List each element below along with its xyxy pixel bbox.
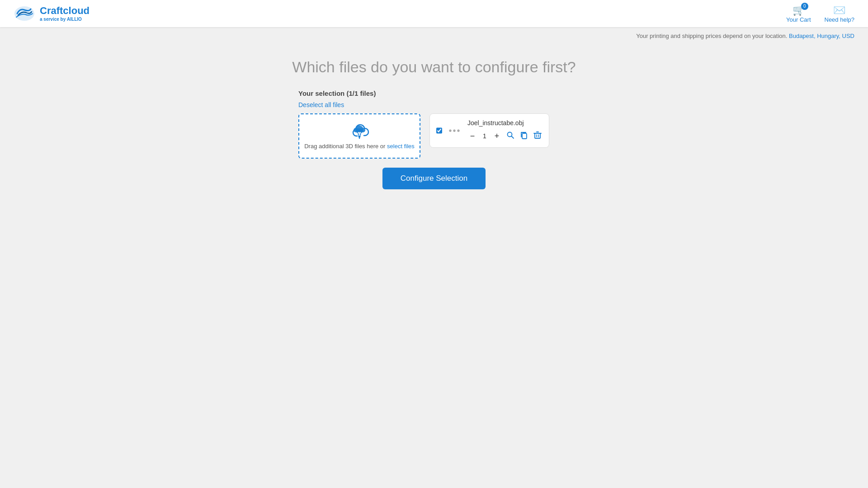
quantity-increase-button[interactable]: + [492, 131, 502, 141]
duplicate-button[interactable] [519, 130, 529, 142]
deselect-link[interactable]: Deselect all files [298, 101, 344, 108]
header-actions: 🛒 0 Your Cart ✉️ Need help? [786, 5, 854, 23]
location-link[interactable]: Budapest, Hungary, USD [789, 33, 854, 39]
selection-row: Drag additional 3D files here or select … [298, 113, 570, 159]
logo-icon [14, 5, 35, 23]
svg-point-4 [361, 128, 365, 132]
header: Craftcloud a service by AILLIO 🛒 0 Your … [0, 0, 868, 27]
location-bar: Your printing and shipping prices depend… [0, 27, 868, 45]
file-preview-icon: ••• [448, 121, 462, 141]
logo-area: Craftcloud a service by AILLIO [14, 5, 90, 23]
logo-subtitle: a service by AILLIO [40, 17, 90, 22]
page-title: Which files do you want to configure fir… [292, 58, 576, 76]
selection-count: Your selection (1/1 files) [298, 89, 376, 97]
select-files-link[interactable]: select files [387, 143, 415, 150]
cart-badge: 0 [801, 3, 808, 10]
logo-text: Craftcloud a service by AILLIO [40, 5, 90, 21]
quantity-decrease-button[interactable]: − [467, 131, 477, 141]
svg-point-3 [354, 128, 358, 132]
file-card: ••• Joel_instructabe.obj − 1 + [429, 113, 549, 148]
upload-text: Drag additional 3D files here or select … [300, 143, 419, 150]
quantity-value: 1 [481, 132, 488, 140]
svg-rect-10 [522, 133, 527, 139]
zoom-preview-button[interactable] [505, 130, 515, 142]
zoom-icon [506, 131, 514, 139]
cart-button[interactable]: 🛒 0 Your Cart [786, 5, 811, 23]
file-controls: − 1 + [467, 130, 542, 142]
file-info: Joel_instructabe.obj − 1 + [467, 119, 542, 142]
svg-line-9 [512, 136, 514, 139]
file-checkbox[interactable] [436, 127, 442, 135]
main-content: Which files do you want to configure fir… [0, 45, 868, 203]
cart-icon: 🛒 0 [793, 5, 805, 16]
svg-rect-11 [535, 133, 540, 138]
trash-icon [533, 131, 542, 139]
upload-drop-zone[interactable]: Drag additional 3D files here or select … [298, 113, 420, 159]
copy-icon [520, 131, 528, 139]
configure-selection-button[interactable]: Configure Selection [382, 168, 486, 189]
delete-button[interactable] [533, 130, 542, 142]
file-name: Joel_instructabe.obj [467, 119, 542, 127]
help-button[interactable]: ✉️ Need help? [825, 5, 855, 23]
help-icon: ✉️ [833, 5, 845, 16]
upload-cloud-icon [349, 123, 369, 139]
logo-name: Craftcloud [40, 5, 90, 16]
selection-area: Your selection (1/1 files) Deselect all … [298, 89, 570, 189]
selection-header: Your selection (1/1 files) [298, 89, 570, 97]
